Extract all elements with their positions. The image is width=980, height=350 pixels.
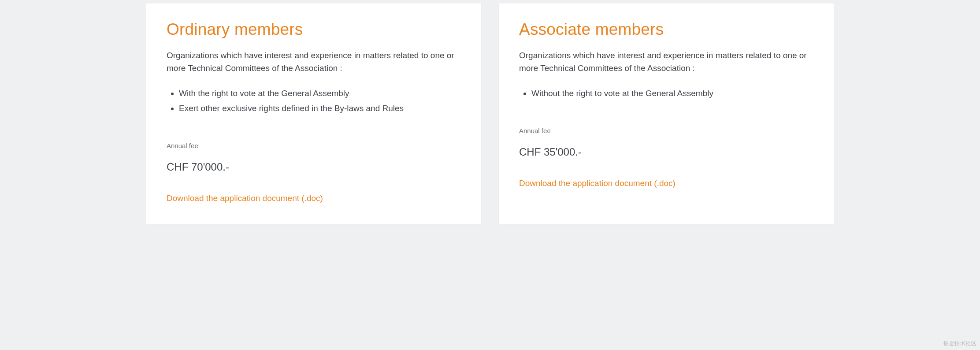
list-item: Exert other exclusive rights defined in … bbox=[179, 101, 461, 116]
associate-members-card: Associate members Organizations which ha… bbox=[499, 4, 834, 224]
divider bbox=[519, 117, 813, 117]
download-application-link[interactable]: Download the application document (.doc) bbox=[519, 179, 676, 188]
card-description: Organizations which have interest and ex… bbox=[519, 49, 813, 74]
fee-label: Annual fee bbox=[519, 127, 813, 134]
card-bullet-list: With the right to vote at the General As… bbox=[167, 86, 461, 116]
list-item: With the right to vote at the General As… bbox=[179, 86, 461, 101]
fee-amount: CHF 35'000.- bbox=[519, 146, 813, 158]
membership-cards-container: Ordinary members Organizations which hav… bbox=[146, 4, 834, 224]
card-bullet-list: Without the right to vote at the General… bbox=[519, 86, 813, 101]
card-description: Organizations which have interest and ex… bbox=[167, 49, 461, 74]
ordinary-members-card: Ordinary members Organizations which hav… bbox=[146, 4, 481, 224]
fee-amount: CHF 70'000.- bbox=[167, 161, 461, 173]
list-item: Without the right to vote at the General… bbox=[531, 86, 813, 101]
fee-label: Annual fee bbox=[167, 142, 461, 149]
card-title: Associate members bbox=[519, 20, 813, 39]
card-title: Ordinary members bbox=[167, 20, 461, 39]
divider bbox=[167, 132, 461, 132]
download-application-link[interactable]: Download the application document (.doc) bbox=[167, 194, 323, 203]
